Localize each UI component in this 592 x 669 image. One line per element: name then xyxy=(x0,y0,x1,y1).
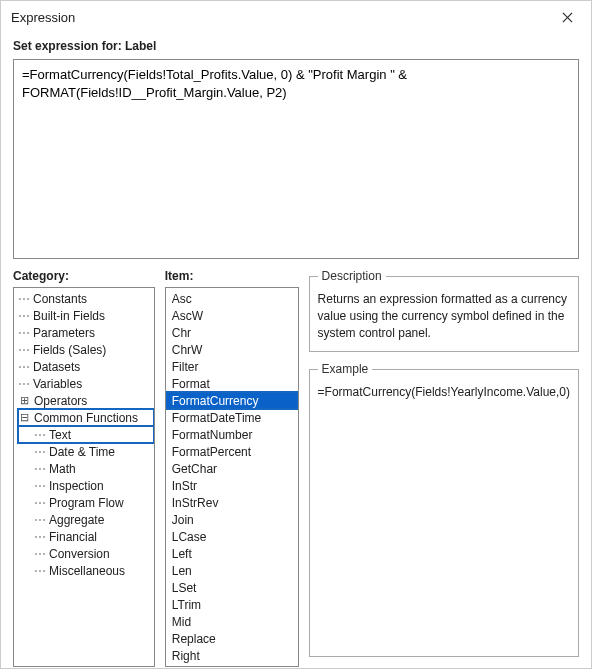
list-item[interactable]: Left xyxy=(166,545,298,562)
description-legend: Description xyxy=(318,269,386,283)
list-item[interactable]: Mid xyxy=(166,613,298,630)
tree-dash-icon: ⋯ xyxy=(34,547,44,561)
tree-item-operators[interactable]: ⊞Operators xyxy=(18,392,154,409)
tree-dash-icon: ⋯ xyxy=(34,496,44,510)
list-item[interactable]: ChrW xyxy=(166,341,298,358)
list-item[interactable]: GetChar xyxy=(166,460,298,477)
list-item[interactable]: Asc xyxy=(166,290,298,307)
list-item[interactable]: Right xyxy=(166,647,298,664)
item-label: Item: xyxy=(165,269,299,283)
tree-dash-icon: ⋯ xyxy=(18,377,28,391)
list-item[interactable]: Len xyxy=(166,562,298,579)
tree-item-parameters[interactable]: ⋯Parameters xyxy=(18,324,154,341)
tree-dash-icon: ⋯ xyxy=(34,530,44,544)
tree-item-financial[interactable]: ⋯Financial xyxy=(18,528,154,545)
tree-item-datasets[interactable]: ⋯Datasets xyxy=(18,358,154,375)
list-item[interactable]: FormatPercent xyxy=(166,443,298,460)
tree-dash-icon: ⋯ xyxy=(18,309,28,323)
close-button[interactable] xyxy=(553,7,581,27)
example-legend: Example xyxy=(318,362,373,376)
collapse-icon[interactable]: ⊟ xyxy=(18,412,30,424)
tree-dash-icon: ⋯ xyxy=(18,326,28,340)
tree-dash-icon: ⋯ xyxy=(34,513,44,527)
list-item[interactable]: LTrim xyxy=(166,596,298,613)
expression-input[interactable] xyxy=(13,59,579,259)
list-item[interactable]: AscW xyxy=(166,307,298,324)
dialog-title: Expression xyxy=(11,10,75,25)
tree-item-aggregate[interactable]: ⋯Aggregate xyxy=(18,511,154,528)
close-icon xyxy=(562,12,573,23)
list-item[interactable]: LSet xyxy=(166,579,298,596)
tree-dash-icon: ⋯ xyxy=(34,428,44,442)
list-item[interactable]: InStrRev xyxy=(166,494,298,511)
tree-item-variables[interactable]: ⋯Variables xyxy=(18,375,154,392)
list-item[interactable]: Replace xyxy=(166,630,298,647)
example-text: =FormatCurrency(Fields!YearlyIncome.Valu… xyxy=(318,384,570,401)
category-tree[interactable]: ⋯Constants ⋯Built-in Fields ⋯Parameters … xyxy=(13,287,155,667)
tree-item-text[interactable]: ⋯Text xyxy=(18,426,154,443)
tree-dash-icon: ⋯ xyxy=(34,564,44,578)
list-item[interactable]: InStr xyxy=(166,477,298,494)
example-group: Example =FormatCurrency(Fields!YearlyInc… xyxy=(309,362,579,657)
tree-item-fields[interactable]: ⋯Fields (Sales) xyxy=(18,341,154,358)
list-item[interactable]: LCase xyxy=(166,528,298,545)
expand-icon[interactable]: ⊞ xyxy=(18,395,30,407)
tree-item-math[interactable]: ⋯Math xyxy=(18,460,154,477)
item-column: Item: AscAscWChrChrWFilterFormatFormatCu… xyxy=(165,269,299,667)
tree-item-program-flow[interactable]: ⋯Program Flow xyxy=(18,494,154,511)
tree-item-builtin[interactable]: ⋯Built-in Fields xyxy=(18,307,154,324)
list-item[interactable]: Chr xyxy=(166,324,298,341)
expression-dialog: Expression Set expression for: Label Cat… xyxy=(0,0,592,669)
tree-dash-icon: ⋯ xyxy=(34,479,44,493)
list-item[interactable]: FormatNumber xyxy=(166,426,298,443)
tree-item-datetime[interactable]: ⋯Date & Time xyxy=(18,443,154,460)
set-expression-label: Set expression for: Label xyxy=(13,39,579,53)
tree-dash-icon: ⋯ xyxy=(18,360,28,374)
tree-item-conversion[interactable]: ⋯Conversion xyxy=(18,545,154,562)
list-item[interactable]: Join xyxy=(166,511,298,528)
tree-item-constants[interactable]: ⋯Constants xyxy=(18,290,154,307)
title-bar: Expression xyxy=(1,1,591,33)
tree-item-misc[interactable]: ⋯Miscellaneous xyxy=(18,562,154,579)
item-listbox[interactable]: AscAscWChrChrWFilterFormatFormatCurrency… xyxy=(165,287,299,667)
description-group: Description Returns an expression format… xyxy=(309,269,579,352)
tree-dash-icon: ⋯ xyxy=(18,343,28,357)
list-item[interactable]: FormatDateTime xyxy=(166,409,298,426)
description-text: Returns an expression formatted as a cur… xyxy=(318,291,570,341)
list-item[interactable]: Format xyxy=(166,375,298,392)
list-item[interactable]: FormatCurrency xyxy=(166,392,298,409)
tree-dash-icon: ⋯ xyxy=(18,292,28,306)
category-label: Category: xyxy=(13,269,155,283)
list-item[interactable]: Filter xyxy=(166,358,298,375)
description-column: Description Returns an expression format… xyxy=(309,269,579,667)
tree-dash-icon: ⋯ xyxy=(34,462,44,476)
tree-item-inspection[interactable]: ⋯Inspection xyxy=(18,477,154,494)
tree-dash-icon: ⋯ xyxy=(34,445,44,459)
tree-item-common-functions[interactable]: ⊟Common Functions xyxy=(18,409,154,426)
category-column: Category: ⋯Constants ⋯Built-in Fields ⋯P… xyxy=(13,269,155,667)
